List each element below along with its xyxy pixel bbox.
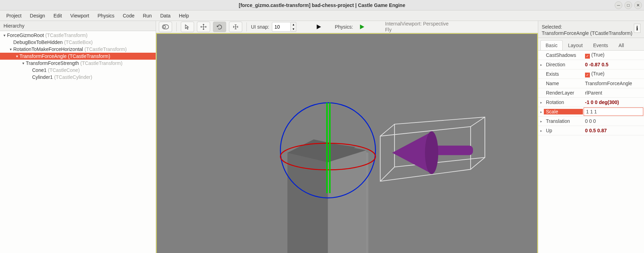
svg-line-13: [471, 157, 485, 169]
property-value[interactable]: [583, 107, 644, 116]
tab-layout[interactable]: Layout: [563, 40, 588, 50]
tree-item-transformforceangle[interactable]: ▾TransformForceAngle (TCastleTransform): [0, 53, 156, 60]
tree-expand-icon[interactable]: ▾: [8, 47, 13, 52]
property-list: CastShadows✓(True)▸Direction0 -0.87 0.5E…: [538, 51, 644, 253]
selected-label: Selected:: [542, 24, 632, 30]
minimize-button[interactable]: ─: [615, 1, 622, 9]
property-row-castshadows[interactable]: CastShadows✓(True): [538, 51, 644, 60]
tree-item-type: (TCastleCone): [48, 67, 80, 73]
tree-expand-icon[interactable]: ▾: [15, 54, 20, 59]
property-value: ✓(True): [583, 71, 644, 77]
tab-events[interactable]: Events: [588, 40, 613, 50]
window-title: [force_gizmo.castle-transform] bad-chess…: [239, 2, 405, 8]
tree-item-name: TransformForceStrength: [26, 60, 79, 66]
property-name: Exists: [544, 71, 583, 77]
property-expand-icon[interactable]: ▸: [538, 110, 544, 114]
scene-box: [288, 137, 369, 253]
property-expand-icon[interactable]: ▸: [538, 101, 544, 104]
svg-line-14: [380, 167, 394, 181]
svg-marker-6: [288, 152, 328, 253]
property-row-name[interactable]: NameTransformForceAngle: [538, 79, 644, 88]
menu-viewport[interactable]: Viewport: [67, 12, 92, 20]
property-name: Translation: [544, 118, 583, 124]
info-button[interactable]: i: [634, 24, 641, 33]
menu-edit[interactable]: Edit: [50, 12, 65, 20]
property-value: 0 0.5 0.87: [583, 128, 644, 133]
tree-item-type: (TCastleTransform): [84, 46, 127, 52]
physics-label: Physics:: [335, 24, 353, 30]
property-input[interactable]: [584, 107, 643, 116]
property-name: Up: [544, 128, 583, 133]
inspector-tabs: Basic Layout Events All: [538, 38, 644, 51]
property-expand-icon[interactable]: ▸: [538, 129, 544, 133]
tree-item-cylinder1[interactable]: Cylinder1 (TCastleCylinder): [0, 74, 156, 81]
property-row-direction[interactable]: ▸Direction0 -0.87 0.5: [538, 60, 644, 69]
tree-item-name: TransformForceAngle: [20, 53, 67, 59]
menu-code[interactable]: Code: [119, 12, 138, 20]
hierarchy-tree[interactable]: ▾ForceGizmoRoot (TCastleTransform)DebugB…: [0, 31, 156, 253]
tree-item-name: RotationToMakeForceHorizontal: [13, 46, 83, 52]
tree-item-type: (TCastleTransform): [45, 32, 88, 38]
tree-item-forcegizmoroot[interactable]: ▾ForceGizmoRoot (TCastleTransform): [0, 32, 156, 39]
svg-point-17: [425, 131, 438, 174]
property-value: 0 0 0: [583, 118, 644, 124]
menu-bar: Project Design Edit Viewport Physics Cod…: [0, 10, 644, 21]
tab-all[interactable]: All: [613, 40, 629, 50]
center-panel: UI snap: ▲▼ Physics: InternalViewport: P…: [156, 21, 538, 253]
property-expand-icon[interactable]: ▸: [538, 119, 544, 123]
tree-expand-icon[interactable]: ▾: [2, 33, 7, 38]
viewport-3d[interactable]: [156, 33, 538, 253]
maximize-button[interactable]: □: [624, 1, 632, 9]
property-row-scale[interactable]: ▸Scale: [538, 107, 644, 117]
property-row-up[interactable]: ▸Up0 0.5 0.87: [538, 126, 644, 135]
menu-project[interactable]: Project: [3, 12, 25, 20]
select-tool-button[interactable]: [181, 22, 194, 32]
play-button[interactable]: [312, 22, 325, 32]
property-name: Rotation: [544, 99, 583, 105]
title-bar: [force_gizmo.castle-transform] bad-chess…: [0, 0, 644, 10]
physics-play-button[interactable]: [356, 22, 368, 32]
tree-item-debugboxtobehidden[interactable]: DebugBoxToBeHidden (TCastleBox): [0, 39, 156, 46]
menu-help[interactable]: Help: [175, 12, 192, 20]
toggle-2d-button[interactable]: [159, 22, 172, 32]
ui-snap-input[interactable]: [272, 22, 291, 32]
property-expand-icon[interactable]: ▸: [538, 63, 544, 67]
scale-tool-button[interactable]: [229, 22, 242, 32]
menu-data[interactable]: Data: [157, 12, 174, 20]
ui-snap-label: UI snap:: [251, 24, 269, 30]
svg-line-11: [380, 124, 394, 136]
inspector-panel: Selected: TransformForceAngle (TCastleTr…: [538, 21, 644, 253]
spin-down-icon[interactable]: ▼: [291, 27, 296, 31]
property-row-exists[interactable]: Exists✓(True): [538, 69, 644, 79]
tab-basic[interactable]: Basic: [540, 40, 563, 50]
rotate-tool-button[interactable]: [213, 22, 226, 32]
svg-line-12: [471, 117, 485, 126]
spin-up-icon[interactable]: ▲: [291, 22, 296, 27]
property-value: -1 0 0 deg(300): [583, 99, 644, 105]
svg-marker-7: [328, 150, 366, 253]
ui-snap-spinner[interactable]: ▲▼: [291, 22, 296, 32]
close-button[interactable]: ✕: [634, 1, 642, 9]
menu-run[interactable]: Run: [139, 12, 155, 20]
tree-expand-icon[interactable]: ▾: [21, 61, 26, 66]
menu-physics[interactable]: Physics: [94, 12, 118, 20]
window-buttons: ─ □ ✕: [615, 1, 642, 9]
checkbox-icon[interactable]: ✓: [585, 54, 590, 59]
tree-item-rotationtomakeforcehorizontal[interactable]: ▾RotationToMakeForceHorizontal (TCastleT…: [0, 46, 156, 53]
hierarchy-title: Hierarchy: [0, 21, 156, 31]
tree-item-cone1[interactable]: Cone1 (TCastleCone): [0, 67, 156, 74]
move-tool-button[interactable]: [197, 22, 210, 32]
menu-design[interactable]: Design: [27, 12, 49, 20]
checkbox-icon[interactable]: ✓: [585, 73, 590, 77]
property-row-translation[interactable]: ▸Translation0 0 0: [538, 117, 644, 126]
viewport-toolbar: UI snap: ▲▼ Physics: InternalViewport: P…: [156, 21, 538, 33]
inspector-header: Selected: TransformForceAngle (TCastleTr…: [538, 21, 644, 38]
tree-item-name: Cylinder1: [32, 74, 53, 80]
property-row-renderlayer[interactable]: RenderLayerrlParent: [538, 88, 644, 98]
property-row-rotation[interactable]: ▸Rotation-1 0 0 deg(300): [538, 98, 644, 107]
viewport-info-line1: InternalViewport: Perspective: [385, 21, 449, 27]
tree-item-transformforcestrength[interactable]: ▾TransformForceStrength (TCastleTransfor…: [0, 60, 156, 67]
svg-point-1: [163, 25, 166, 28]
selected-name: TransformForceAngle (TCastleTransform): [542, 30, 632, 36]
property-name: CastShadows: [544, 52, 583, 58]
